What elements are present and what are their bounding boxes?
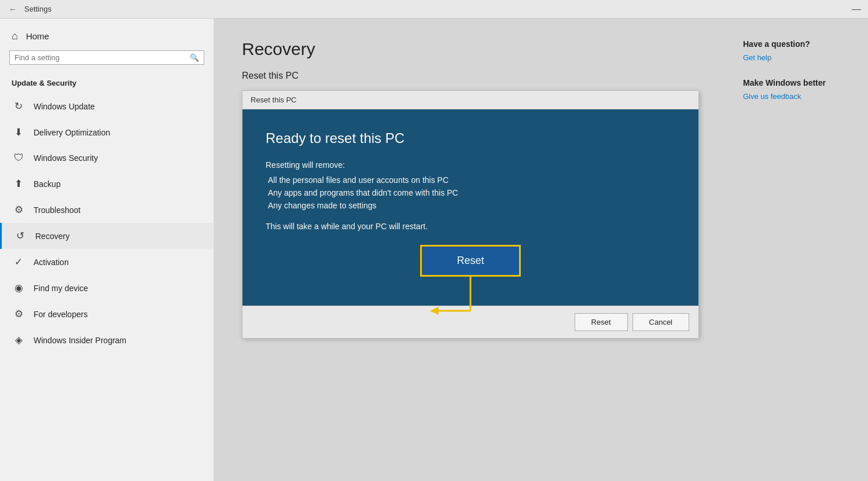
have-a-question-heading: Have a question? [743, 39, 854, 49]
main-content: Recovery Reset this PC Reset this PC Rea… [214, 19, 729, 481]
big-reset-button[interactable]: Reset [420, 245, 520, 277]
recovery-icon: ↺ [13, 230, 27, 242]
sidebar-item-find-my-device[interactable]: ◉ Find my device [0, 275, 214, 301]
windows-security-icon: 🛡 [12, 152, 25, 164]
sidebar-item-windows-insider-program[interactable]: ◈ Windows Insider Program [0, 327, 214, 353]
right-panel: Have a question? Get help Make Windows b… [729, 19, 868, 481]
back-button[interactable]: ← [7, 3, 19, 15]
cancel-button[interactable]: Cancel [632, 313, 689, 331]
reset-dialog: Reset this PC Ready to reset this PC Res… [242, 90, 699, 339]
sidebar-item-for-developers[interactable]: ⚙ For developers [0, 301, 214, 327]
sidebar-item-windows-update[interactable]: ↻ Windows Update [0, 93, 214, 119]
dialog-removing-title: Resetting will remove: [266, 160, 675, 170]
minimize-button[interactable]: — [852, 4, 861, 14]
sidebar-item-delivery-optimization[interactable]: ⬇ Delivery Optimization [0, 119, 214, 145]
dialog-blue-area: Ready to reset this PC Resetting will re… [242, 109, 698, 306]
app-body: ⌂ Home 🔍 Update & Security ↻ Windows Upd… [0, 19, 868, 481]
delivery-optimization-icon: ⬇ [12, 126, 25, 138]
troubleshoot-icon: ⚙ [12, 204, 25, 216]
sidebar-item-recovery[interactable]: ↺ Recovery [0, 223, 214, 249]
for-developers-icon: ⚙ [12, 308, 25, 320]
make-windows-heading: Make Windows better [743, 78, 854, 87]
give-feedback-link[interactable]: Give us feedback [743, 92, 854, 101]
sidebar-item-label: Windows Insider Program [34, 336, 126, 345]
sidebar-item-label: Backup [34, 179, 61, 189]
dialog-heading: Ready to reset this PC [266, 130, 675, 146]
sidebar-section-title: Update & Security [0, 74, 214, 93]
dialog-bullet-3: Any changes made to settings [266, 201, 675, 210]
sidebar-item-troubleshoot[interactable]: ⚙ Troubleshoot [0, 197, 214, 223]
find-my-device-icon: ◉ [12, 282, 25, 294]
sidebar-item-label: Find my device [34, 284, 88, 293]
home-icon: ⌂ [12, 30, 18, 42]
sidebar-item-label: Troubleshoot [34, 205, 80, 215]
sidebar-item-label: Recovery [35, 232, 69, 241]
reset-button[interactable]: Reset [575, 313, 628, 331]
sidebar-item-label: Delivery Optimization [34, 128, 110, 137]
sidebar-item-label: Windows Update [34, 102, 95, 111]
app-title: Settings [24, 5, 52, 13]
sidebar-item-label: For developers [34, 310, 87, 319]
dialog-bottom-buttons: Reset Cancel [242, 306, 698, 338]
windows-update-icon: ↻ [12, 100, 25, 112]
dialog-bullet-2: Any apps and programs that didn't come w… [266, 188, 675, 197]
page-title: Recovery [242, 39, 701, 59]
dialog-footer-note: This will take a while and your PC will … [266, 222, 675, 231]
sidebar-item-activation[interactable]: ✓ Activation [0, 249, 214, 275]
search-box[interactable]: 🔍 [9, 50, 204, 65]
windows-insider-icon: ◈ [12, 334, 25, 346]
section-title: Reset this PC [242, 71, 701, 81]
search-icon: 🔍 [190, 53, 199, 62]
dialog-titlebar: Reset this PC [242, 91, 698, 109]
title-bar: ← Settings — [0, 0, 868, 19]
home-label: Home [26, 31, 49, 41]
sidebar-item-label: Windows Security [34, 153, 98, 163]
get-help-link[interactable]: Get help [743, 53, 854, 62]
activation-icon: ✓ [12, 256, 25, 268]
sidebar: ⌂ Home 🔍 Update & Security ↻ Windows Upd… [0, 19, 214, 481]
sidebar-item-backup[interactable]: ⬆ Backup [0, 171, 214, 197]
dialog-bullet-1: All the personal files and user accounts… [266, 175, 675, 185]
sidebar-item-label: Activation [34, 258, 69, 267]
sidebar-item-home[interactable]: ⌂ Home [0, 19, 214, 50]
backup-icon: ⬆ [12, 178, 25, 190]
search-input[interactable] [14, 53, 190, 62]
sidebar-item-windows-security[interactable]: 🛡 Windows Security [0, 145, 214, 171]
